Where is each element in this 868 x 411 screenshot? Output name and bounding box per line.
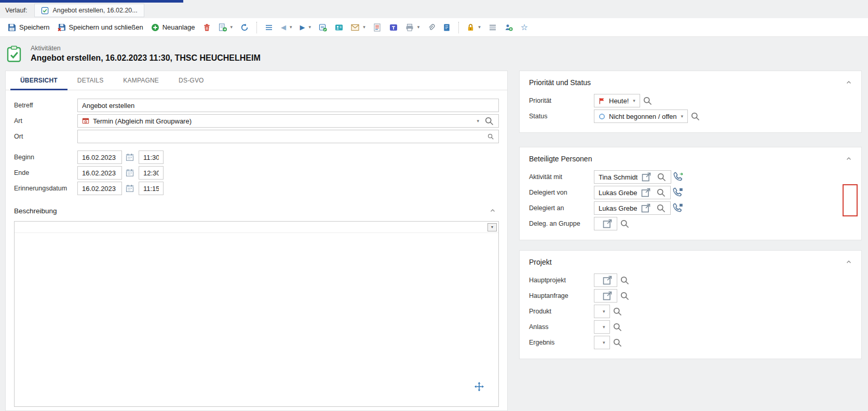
transfer-button[interactable] [315,21,331,34]
participants-collapse-button[interactable] [844,154,854,164]
back-dropdown-caret[interactable]: ▾ [290,25,292,30]
save-close-button[interactable]: Speichern und schließen [54,21,147,34]
open-record-icon[interactable] [641,203,651,213]
aktivitaet-mit-value: Tina Schmidt [599,173,638,181]
permissions-dropdown-caret[interactable]: ▾ [478,25,481,30]
beginn-time-input[interactable]: 11:30 [139,150,164,164]
export-dropdown-caret[interactable]: ▾ [230,25,233,30]
move-handle[interactable] [474,382,484,393]
beschreibung-collapse-button[interactable] [487,206,498,216]
beginn-calendar-button[interactable] [124,151,136,163]
notes-button[interactable] [439,21,454,34]
open-record-icon[interactable] [602,218,613,229]
calendar-icon [126,153,134,161]
delete-button[interactable] [199,21,214,34]
navigate-forward-button[interactable]: ▶ ▾ [296,21,315,33]
produkt-select[interactable]: ▾ [594,305,610,318]
ergebnis-dropdown-caret[interactable]: ▾ [603,340,605,345]
delegiert-von-input[interactable]: Lukas Grebe [594,186,671,199]
search-icon[interactable] [656,203,666,213]
erinnerung-date-input[interactable]: 16.02.2023 [77,182,122,195]
tab-dsgvo[interactable]: DS-GVO [169,71,214,90]
search-icon[interactable] [619,275,630,285]
art-search-icon[interactable] [484,116,494,126]
editor-dropdown-button[interactable]: ▾ [487,223,497,231]
ende-time-value: 12:30 [143,169,159,177]
open-record-icon[interactable] [641,187,651,198]
email-dropdown-caret[interactable]: ▾ [363,25,365,30]
print-button[interactable]: ▾ [402,21,424,34]
attachment-button[interactable] [424,21,439,34]
search-icon[interactable] [612,322,622,332]
tab-kampagne[interactable]: KAMPAGNE [113,71,169,90]
hauptanfrage-input[interactable] [594,289,617,303]
priority-status-collapse-button[interactable] [844,77,854,88]
print-dropdown-caret[interactable]: ▾ [417,25,420,30]
ende-time-input[interactable]: 12:30 [139,166,164,180]
new-record-button[interactable]: Neuanlage [147,21,199,34]
open-record-icon[interactable] [602,291,613,301]
save-close-icon [58,23,66,32]
art-dropdown-caret[interactable]: ▾ [477,119,479,124]
call-icon[interactable] [673,172,684,182]
favorite-button[interactable]: ☆ [517,21,532,34]
description-editor-area[interactable]: ▾ [14,221,499,407]
record-header-text: Aktivitäten Angebot erstellen, 16.02.202… [31,45,261,63]
forward-dropdown-caret[interactable]: ▾ [309,25,311,30]
deleg-an-gruppe-input[interactable] [594,217,617,230]
ende-calendar-button[interactable] [124,167,136,179]
page-title: Angebot erstellen, 16.02.2023 11:30, THS… [31,53,261,63]
mail-merge-button[interactable] [370,21,385,34]
search-icon[interactable] [612,306,622,317]
ende-date-input[interactable]: 16.02.2023 [77,166,122,180]
status-search-icon[interactable] [690,111,700,121]
teams-button[interactable] [386,21,401,34]
hauptprojekt-input[interactable] [594,273,617,287]
delegiert-an-input[interactable]: Lukas Grebe [594,201,671,215]
ort-label: Ort [14,133,77,140]
print-icon [405,23,414,32]
prioritaet-search-icon[interactable] [642,95,653,106]
anlass-select[interactable]: ▾ [594,320,610,334]
erinnerung-calendar-button[interactable] [124,182,136,195]
anlass-dropdown-caret[interactable]: ▾ [603,325,605,330]
erinnerung-time-input[interactable]: 11:15 [139,182,164,195]
search-icon[interactable] [619,291,630,301]
aktivitaet-mit-input[interactable]: Tina Schmidt [594,170,671,184]
refresh-button[interactable] [237,21,252,34]
open-record-icon[interactable] [641,172,652,182]
betreff-input[interactable]: Angebot erstellen [77,99,499,112]
search-icon[interactable] [619,218,630,229]
add-participant-button[interactable] [501,21,517,34]
tab-uebersicht[interactable]: ÜBERSICHT [10,71,67,90]
tab-details[interactable]: DETAILS [67,71,114,90]
search-icon[interactable] [656,172,667,182]
list-view-button[interactable] [485,21,500,34]
beginn-date-input[interactable]: 16.02.2023 [77,150,122,164]
status-select[interactable]: Nicht begonnen / offen ▾ [594,109,688,123]
open-record-icon[interactable] [602,275,613,285]
produkt-dropdown-caret[interactable]: ▾ [603,309,605,314]
prioritaet-dropdown-caret[interactable]: ▾ [633,99,635,103]
art-select[interactable]: Termin (Abgleich mit Groupware) ▾ [77,114,499,128]
call-contact-icon[interactable] [673,203,683,213]
call-contact-icon[interactable] [673,187,683,198]
save-button[interactable]: Speichern [4,21,53,34]
permissions-button[interactable]: ▾ [463,21,484,34]
ort-search-icon[interactable] [487,133,494,140]
menu-button[interactable] [261,21,277,34]
search-icon[interactable] [612,337,622,348]
address-card-button[interactable] [331,21,347,34]
priority-flag-icon [599,98,605,104]
history-tab[interactable]: Angebot erstellen, 16.02.20... [34,4,144,17]
navigate-back-button[interactable]: ◀ ▾ [277,21,296,33]
email-button[interactable]: ▾ [347,22,369,33]
project-collapse-button[interactable] [844,257,854,267]
export-record-button[interactable]: ▾ [215,21,237,34]
search-icon[interactable] [656,187,666,198]
ergebnis-select[interactable]: ▾ [594,336,610,349]
status-dropdown-caret[interactable]: ▾ [681,114,684,119]
ort-input[interactable] [77,130,499,143]
prioritaet-select[interactable]: Heute! ▾ [594,94,640,107]
new-record-label: Neuanlage [162,23,195,31]
